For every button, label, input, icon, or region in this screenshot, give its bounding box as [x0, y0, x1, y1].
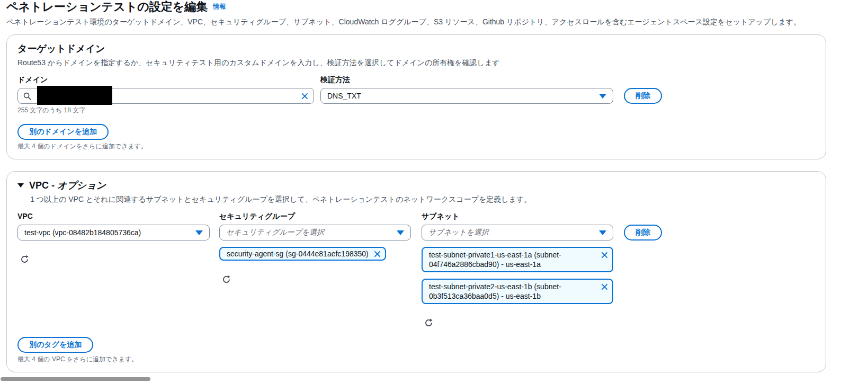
redacted-domain-value [37, 86, 112, 105]
subnet-token-1: test-subnet-private1-us-east-1a (subnet-… [422, 247, 613, 272]
chevron-down-icon [397, 230, 404, 235]
info-link[interactable]: 情報 [213, 3, 226, 10]
chevron-down-icon [599, 230, 606, 235]
chevron-down-icon [195, 230, 203, 235]
vpc-select[interactable]: test-vpc (vpc-08482b184805736ca) [17, 225, 210, 241]
vpc-card: VPC - オプション 1 つ以上の VPC とそれに関連するサブネットとセキュ… [6, 171, 826, 372]
security-group-select[interactable]: セキュリティグループを選択 [219, 225, 411, 241]
subnet-token-1-label: test-subnet-private1-us-east-1a (subnet-… [429, 250, 596, 269]
add-domain-hint: 最大 4 個のドメインをさらに追加できます。 [17, 142, 815, 150]
security-group-token-label: security-agent-sg (sg-0444e81aefc198350) [227, 250, 369, 258]
vpc-section-header: VPC - オプション [17, 179, 815, 192]
subnet-placeholder: サブネットを選択 [428, 228, 489, 237]
domain-form-row: ドメイン 255 文字のうち 18 文字 検証方法 [17, 74, 815, 114]
page-title: ペネトレーションテストの設定を編集情報 [6, 0, 862, 15]
chevron-down-icon [599, 94, 606, 99]
verification-label: 検証方法 [320, 74, 613, 85]
page-title-text: ペネトレーションテストの設定を編集 [6, 0, 208, 13]
security-group-refresh-button[interactable] [222, 275, 231, 284]
remove-subnet-1-icon[interactable] [601, 252, 608, 259]
add-vpc-hint: 最大 4 個の VPC をさらに追加できます。 [17, 355, 815, 363]
verification-select[interactable]: DNS_TXT [320, 88, 613, 104]
subnet-token-2: test-subnet-private2-us-east-1b (subnet-… [422, 279, 613, 304]
refresh-icon [424, 318, 433, 327]
refresh-icon [222, 275, 231, 284]
domain-char-count: 255 文字のうち 18 文字 [17, 106, 314, 114]
vpc-title-optional: オプション [57, 180, 106, 191]
target-domain-title: ターゲットドメイン [17, 43, 105, 54]
page: ペネトレーションテストの設定を編集情報 ペネトレーションテスト環境のターゲットド… [0, 0, 868, 383]
verification-value: DNS_TXT [327, 92, 361, 100]
vpc-selected-value: test-vpc (vpc-08482b184805736ca) [24, 228, 141, 237]
remove-security-group-icon[interactable] [374, 251, 381, 257]
target-domain-description: Route53 からドメインを指定するか、セキュリティテスト用のカスタムドメイン… [17, 57, 815, 68]
security-group-label: セキュリティグループ [219, 211, 295, 221]
page-description: ペネトレーションテスト環境のターゲットドメイン、VPC、セキュリティグループ、サ… [6, 16, 862, 27]
subnet-label: サブネット [422, 211, 460, 221]
subnet-refresh-button[interactable] [424, 318, 433, 327]
search-icon [23, 92, 31, 100]
add-vpc-button[interactable]: 別のタグを追加 [17, 337, 93, 353]
vpc-refresh-button[interactable] [20, 255, 29, 264]
collapse-triangle-icon[interactable] [17, 183, 24, 188]
horizontal-scrollbar-thumb[interactable] [1, 377, 150, 381]
subnet-token-2-label: test-subnet-private2-us-east-1b (subnet-… [429, 282, 596, 301]
security-group-token: security-agent-sg (sg-0444e81aefc198350) [219, 247, 386, 261]
vpc-form-row: VPC test-vpc (vpc-08482b184805736ca) セキュ… [17, 211, 815, 327]
vpc-title-main: VPC - [29, 180, 57, 191]
remove-subnet-2-icon[interactable] [601, 283, 608, 290]
delete-vpc-button[interactable]: 削除 [624, 225, 662, 241]
refresh-icon [20, 255, 29, 264]
vpc-label: VPC [17, 211, 33, 221]
domain-input[interactable] [17, 88, 314, 104]
domain-label: ドメイン [17, 74, 314, 85]
vpc-section-title: VPC - オプション [29, 179, 106, 192]
add-domain-button[interactable]: 別のドメインを追加 [17, 124, 109, 140]
delete-domain-button[interactable]: 削除 [624, 88, 662, 104]
subnet-select[interactable]: サブネットを選択 [422, 225, 613, 241]
target-domain-card: ターゲットドメイン Route53 からドメインを指定するか、セキュリティテスト… [6, 34, 826, 159]
security-group-placeholder: セキュリティグループを選択 [226, 228, 324, 237]
clear-domain-icon[interactable] [301, 93, 308, 100]
vpc-section-description: 1 つ以上の VPC とそれに関連するサブネットとセキュリティグループを選択して… [30, 194, 815, 204]
